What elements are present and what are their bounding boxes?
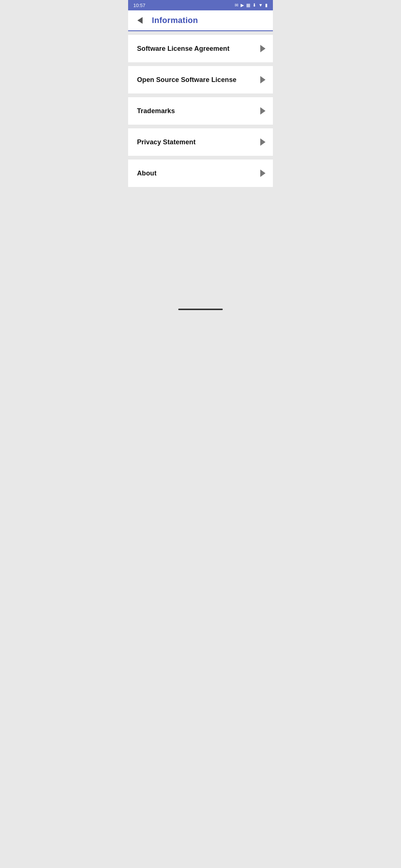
list-item-about[interactable]: About [128, 160, 273, 187]
status-bar: 10:57 ✉ ▶ ▦ ⬇ ▼ ▮ [128, 0, 273, 10]
mail-icon: ✉ [235, 3, 238, 8]
menu-list: Software License AgreementOpen Source So… [128, 35, 273, 191]
chevron-icon-open-source [260, 76, 265, 83]
app-bar: Information [128, 10, 273, 31]
chevron-icon-privacy [260, 138, 265, 146]
label-privacy: Privacy Statement [137, 138, 196, 146]
list-item-trademarks[interactable]: Trademarks [128, 97, 273, 125]
wifi-icon: ▼ [258, 3, 263, 8]
gap-after-software-license [128, 62, 273, 66]
battery-icon: ▮ [265, 3, 268, 8]
status-icons: ✉ ▶ ▦ ⬇ ▼ ▮ [235, 3, 268, 8]
list-item-open-source[interactable]: Open Source Software License [128, 66, 273, 93]
back-button[interactable] [134, 14, 146, 26]
gap-after-about [128, 187, 273, 191]
status-time: 10:57 [133, 3, 146, 8]
chevron-icon-about [260, 170, 265, 177]
list-item-software-license[interactable]: Software License Agreement [128, 35, 273, 62]
home-indicator [178, 309, 223, 310]
list-item-privacy[interactable]: Privacy Statement [128, 128, 273, 156]
label-trademarks: Trademarks [137, 107, 175, 115]
label-open-source: Open Source Software License [137, 76, 237, 84]
content-area: Software License AgreementOpen Source So… [128, 31, 273, 191]
calendar-icon: ▦ [246, 3, 250, 8]
gap-after-trademarks [128, 125, 273, 128]
chevron-icon-software-license [260, 45, 265, 52]
label-about: About [137, 170, 156, 177]
chevron-icon-trademarks [260, 107, 265, 115]
top-gap [128, 31, 273, 35]
gap-after-open-source [128, 93, 273, 97]
back-arrow-icon [137, 17, 143, 24]
play-icon: ▶ [241, 3, 244, 8]
label-software-license: Software License Agreement [137, 45, 229, 53]
download-icon: ⬇ [252, 3, 256, 8]
gap-after-privacy [128, 156, 273, 160]
page-title: Information [152, 16, 198, 25]
